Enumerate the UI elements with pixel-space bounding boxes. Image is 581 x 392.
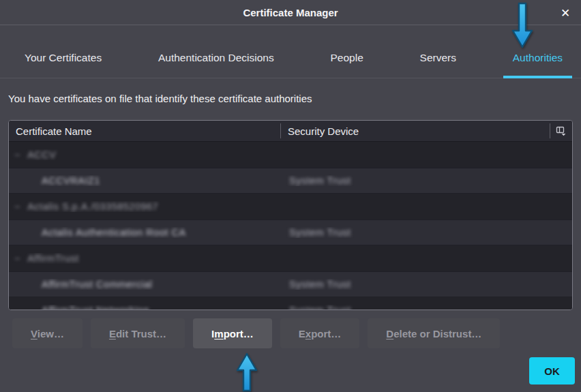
ok-button[interactable]: OK [529,357,575,385]
info-text: You have certificates on file that ident… [8,93,312,104]
column-picker-glyph [556,125,567,136]
table-row[interactable]: Actalis Authentication Root CA System Tr… [9,220,572,245]
table-row[interactable]: AffirmTrust Commercial System Trust [9,271,572,297]
certificate-name: Actalis S.p.A./03358520967 [27,201,158,212]
column-picker-icon[interactable] [550,121,572,141]
certificate-table: Certificate Name Security Device −ACCV A… [8,120,573,310]
tab-servers[interactable]: Servers [411,52,466,78]
view-button[interactable]: View… [12,318,83,348]
security-device: System Trust [289,227,351,238]
delete-or-distrust-button[interactable]: Delete or Distrust… [368,318,500,348]
close-icon[interactable]: ✕ [556,3,575,22]
import-button[interactable]: Import… [193,318,272,348]
tab-strip: Your Certificates Authentication Decisio… [0,25,581,78]
table-row[interactable]: AffirmTrust Networking System Trust [9,297,572,310]
table-row[interactable]: −Actalis S.p.A./03358520967 [9,194,572,220]
table-row[interactable]: −AffirmTrust [9,245,572,271]
tab-authorities[interactable]: Authorities [503,52,572,78]
security-device: System Trust [289,279,351,290]
table-body: −ACCV ACCVRAIZ1 System Trust −Actalis S.… [9,142,572,310]
dialog-title: Certificate Manager [243,7,338,18]
certificate-manager-dialog: { "window": { "title": "Certificate Mana… [0,0,581,392]
column-header-certificate-name[interactable]: Certificate Name [9,125,280,137]
table-row[interactable]: −ACCV [9,142,572,168]
tab-your-certificates[interactable]: Your Certificates [15,52,111,78]
certificate-name: ACCV [27,149,56,160]
action-button-row: View… Edit Trust… Import… Export… Delete… [12,318,500,348]
tab-authentication-decisions[interactable]: Authentication Decisions [149,52,284,78]
collapse-icon[interactable]: − [14,149,20,160]
certificate-name: Actalis Authentication Root CA [42,227,186,238]
certificate-name: ACCVRAIZ1 [42,175,100,186]
table-row[interactable]: ACCVRAIZ1 System Trust [9,168,572,194]
certificate-name: AffirmTrust Networking [42,305,149,310]
certificate-name: AffirmTrust Commercial [42,279,152,290]
edit-trust-button[interactable]: Edit Trust… [91,318,185,348]
column-header-security-device[interactable]: Security Device [281,125,550,137]
collapse-icon[interactable]: − [14,253,20,264]
up-arrow-annotation [234,352,260,392]
tab-people[interactable]: People [321,52,373,78]
certificate-name: AffirmTrust [27,253,79,264]
collapse-icon[interactable]: − [14,201,20,212]
export-button[interactable]: Export… [280,318,360,348]
security-device: System Trust [289,175,351,186]
table-header: Certificate Name Security Device [9,121,572,142]
security-device: System Trust [289,305,351,310]
title-bar: Certificate Manager ✕ [0,0,581,25]
